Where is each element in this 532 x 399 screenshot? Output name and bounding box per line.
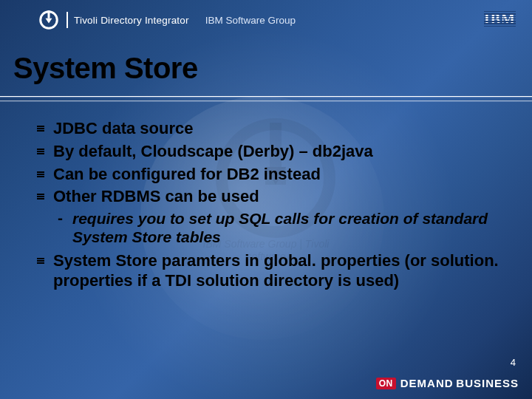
title-block: System Store [0,52,532,85]
bullet-item: JDBC data source [37,119,517,139]
bullet-item: Can be configured for DB2 instead [37,165,517,185]
svg-marker-2 [46,18,52,24]
bullet-text: Other RDBMS can be used [53,187,259,205]
on-badge: ON [376,378,396,389]
slide-title: System Store [13,52,532,85]
product-name: Tivoli Directory Integrator [74,15,189,26]
content-area: JDBC data source By default, Cloudscape … [37,119,517,291]
header-bar: Tivoli Directory Integrator IBM Software… [0,0,532,40]
sub-bullet-list: requires you to set up SQL calls for cre… [53,210,517,247]
slide: IBM Software Group | Tivoli software Tiv… [0,0,532,399]
tagline-business: BUSINESS [456,377,519,389]
footer-brand: ON DEMAND BUSINESS [376,377,519,390]
ibm-logo: IBM [484,11,516,28]
bullet-item: Other RDBMS can be used requires you to … [37,187,517,246]
tivoli-icon [37,8,61,32]
header-divider [66,12,68,28]
group-name: IBM Software Group [205,15,296,26]
bullet-item: System Store paramters in global. proper… [37,251,517,291]
bullet-item: By default, Cloudscape (Derby) – db2java [37,142,517,162]
sub-bullet-item: requires you to set up SQL calls for cre… [53,210,517,247]
page-number: 4 [511,357,516,368]
title-rule-top [0,96,532,97]
title-rule-bottom [0,100,532,101]
tagline-demand: DEMAND [400,377,454,389]
tagline: DEMAND BUSINESS [400,377,519,390]
svg-rect-1 [48,10,50,18]
bullet-list: JDBC data source By default, Cloudscape … [37,119,517,291]
